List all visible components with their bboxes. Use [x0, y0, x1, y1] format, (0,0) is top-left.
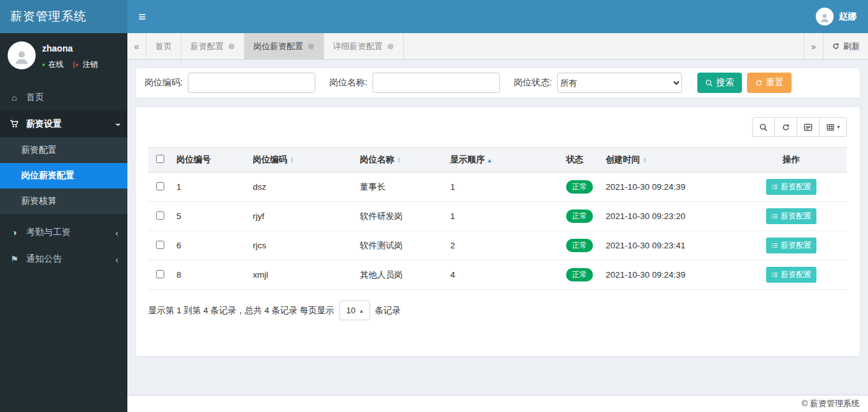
sidebar-subitem-salary-accounting[interactable]: 薪资核算: [0, 188, 127, 214]
sidebar-submenu: 薪资配置 岗位薪资配置 薪资核算: [0, 138, 127, 214]
cell-post-code: rjyf: [248, 202, 355, 231]
tab-post-salary-config[interactable]: 岗位薪资配置 ⊗: [245, 33, 324, 59]
toolbar-search-button[interactable]: [752, 117, 775, 137]
data-table: 岗位编号 岗位编码▴▾ 岗位名称▴▾ 显示顺序▴ 状态 创建时间▴▾ 操作 1: [148, 147, 847, 290]
tab-close-icon[interactable]: ⊗: [387, 42, 394, 50]
salary-config-button[interactable]: 薪资配置: [766, 179, 816, 195]
post-status-label: 岗位状态:: [514, 77, 552, 89]
main-header: 薪资管理系统 ≡ 赵娜: [0, 0, 868, 33]
refresh-page-button[interactable]: 刷新: [823, 33, 868, 59]
app-title[interactable]: 薪资管理系统: [0, 0, 127, 33]
table-toolbar: ▾: [148, 117, 847, 137]
cell-post-name: 软件测试岗: [355, 231, 445, 260]
table-row[interactable]: 5 rjyf 软件研发岗 1 正常 2021-10-30 09:23:20 薪资…: [148, 202, 847, 231]
online-dot-icon: ●: [42, 62, 45, 67]
salary-config-button[interactable]: 薪资配置: [766, 208, 816, 224]
columns-grid-icon: [826, 123, 835, 132]
sidebar-user-info: zhaona ● 在线 注销: [42, 41, 98, 70]
sidebar-menu: ⌂ 首页 薪资设置 ‹ 薪资配置 岗位薪资配置 薪资核算: [0, 84, 127, 273]
cell-post-code: dsz: [248, 173, 355, 202]
sidebar-item-home[interactable]: ⌂ 首页: [0, 84, 127, 111]
tab-home[interactable]: 首页: [146, 33, 181, 59]
tab-detail-salary-config[interactable]: 详细薪资配置 ⊗: [324, 33, 404, 59]
search-button[interactable]: 搜索: [697, 73, 742, 93]
column-label: 状态: [566, 155, 583, 164]
sort-icon: ▴▾: [643, 157, 646, 163]
caret-down-icon: ▾: [837, 124, 839, 130]
table-row[interactable]: 1 dsz 董事长 1 正常 2021-10-30 09:24:39 薪资配置: [148, 173, 847, 202]
column-label: 岗位名称: [360, 155, 394, 164]
pagination-info: 显示第 1 到第 4 条记录，总共 4 条记录 每页显示: [148, 305, 334, 316]
column-display-order[interactable]: 显示顺序▴: [445, 148, 561, 173]
select-row-checkbox[interactable]: [156, 241, 164, 249]
column-post-code[interactable]: 岗位编码▴▾: [248, 148, 355, 173]
list-icon: [771, 183, 778, 190]
sort-asc-icon: ▴: [488, 157, 491, 164]
action-label: 薪资配置: [781, 269, 811, 280]
sidebar-toggle-icon[interactable]: ≡: [127, 0, 157, 33]
sidebar-user-panel: zhaona ● 在线 注销: [0, 33, 127, 76]
column-post-name[interactable]: 岗位名称▴▾: [355, 148, 445, 173]
sidebar-user-name: zhaona: [42, 43, 98, 53]
column-action: 操作: [736, 148, 847, 173]
cell-status: 正常: [561, 202, 601, 231]
sidebar-item-salary-settings[interactable]: 薪资设置 ‹: [0, 111, 127, 138]
cell-post-id: 5: [171, 202, 248, 231]
table-body: 1 dsz 董事长 1 正常 2021-10-30 09:24:39 薪资配置 …: [148, 173, 847, 290]
cell-post-name: 董事长: [355, 173, 445, 202]
cell-created-time: 2021-10-30 09:23:20: [601, 202, 736, 231]
tab-salary-config[interactable]: 薪资配置 ⊗: [181, 33, 245, 59]
card-view-icon: [804, 123, 813, 132]
select-row-checkbox[interactable]: [156, 270, 164, 278]
tab-label: 岗位薪资配置: [253, 41, 303, 52]
table-row[interactable]: 8 xmjl 其他人员岗 4 正常 2021-10-30 09:24:39 薪资…: [148, 260, 847, 290]
reset-refresh-icon: [755, 79, 763, 87]
home-icon: ⌂: [9, 92, 20, 103]
tab-label: 薪资配置: [190, 41, 224, 52]
sign-out-icon: [72, 61, 80, 69]
sidebar-item-label: 首页: [26, 92, 44, 103]
column-created-time[interactable]: 创建时间▴▾: [601, 148, 736, 173]
sidebar-user-status: ● 在线 注销: [42, 59, 98, 70]
sidebar-item-label: 薪资设置: [26, 118, 62, 130]
cell-post-code: xmjl: [248, 260, 355, 290]
logout-link[interactable]: 注销: [83, 59, 98, 70]
salary-config-button[interactable]: 薪资配置: [766, 238, 816, 253]
status-badge: 正常: [566, 180, 593, 194]
toolbar-refresh-button[interactable]: [774, 117, 797, 137]
action-label: 薪资配置: [781, 211, 811, 222]
salary-config-button[interactable]: 薪资配置: [766, 267, 816, 283]
toolbar-detail-view-button[interactable]: [797, 117, 820, 137]
top-navbar: ≡ 赵娜: [127, 0, 868, 33]
footer-text: © 薪资管理系统: [802, 398, 860, 409]
tab-close-icon[interactable]: ⊗: [228, 42, 235, 50]
user-menu[interactable]: 赵娜: [816, 8, 868, 25]
post-name-input[interactable]: [373, 73, 500, 93]
page-size-dropdown[interactable]: 10 ▴: [339, 301, 370, 320]
sidebar-avatar-icon: [8, 41, 36, 69]
post-status-select[interactable]: 所有: [557, 73, 682, 93]
select-row-checkbox[interactable]: [156, 182, 164, 190]
post-name-label: 岗位名称:: [329, 77, 367, 89]
toolbar-columns-button[interactable]: ▾: [819, 117, 847, 137]
select-all-checkbox[interactable]: [156, 155, 164, 163]
tab-scroll-right-button[interactable]: »: [804, 33, 823, 59]
post-code-input[interactable]: [188, 73, 315, 93]
sidebar-item-notice[interactable]: ⚑ 通知公告 ‹: [0, 246, 127, 273]
sidebar-subitem-salary-config[interactable]: 薪资配置: [0, 138, 127, 163]
sidebar-item-attendance[interactable]: ◑ 考勤与工资 ‹: [0, 219, 127, 246]
table-row[interactable]: 6 rjcs 软件测试岗 2 正常 2021-10-30 09:23:41 薪资…: [148, 231, 847, 260]
refresh-label: 刷新: [843, 41, 860, 52]
column-label: 岗位编号: [176, 155, 211, 164]
sidebar-subitem-post-salary-config[interactable]: 岗位薪资配置: [0, 163, 127, 188]
tab-close-icon[interactable]: ⊗: [308, 42, 315, 50]
reset-button[interactable]: 重置: [747, 73, 792, 93]
tab-scroll-left-button[interactable]: «: [127, 33, 146, 59]
table-panel: ▾ 岗位编号 岗位编码▴▾ 岗位名称▴▾ 显示顺序▴ 状态 创建时间▴▾: [135, 106, 860, 357]
online-status-link[interactable]: 在线: [48, 59, 64, 70]
user-name: 赵娜: [839, 11, 857, 22]
select-row-checkbox[interactable]: [156, 211, 164, 220]
chevron-down-icon: ‹: [111, 123, 122, 126]
app-window: 薪资管理系统 ≡ 赵娜 zhaona ● 在线 注销: [0, 0, 868, 412]
chevron-left-icon: ‹: [115, 227, 118, 238]
